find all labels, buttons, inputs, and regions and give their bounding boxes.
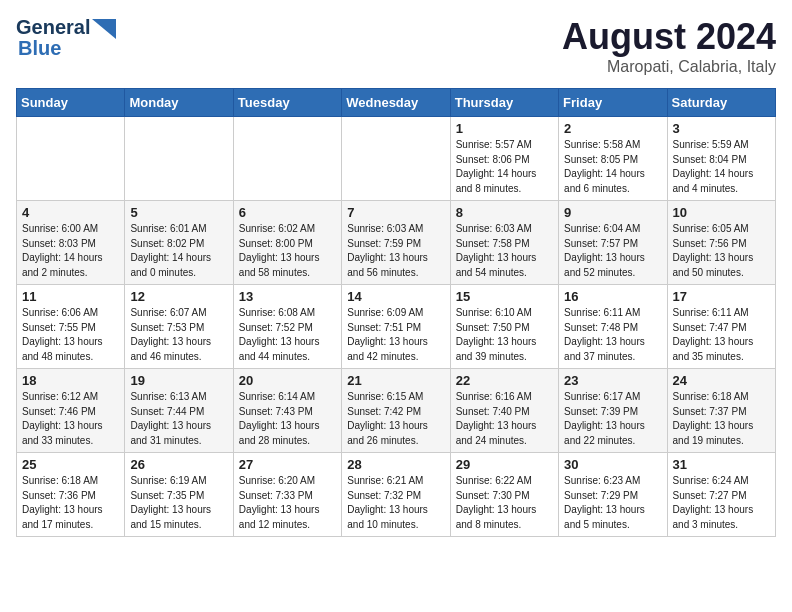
calendar-cell: 24Sunrise: 6:18 AM Sunset: 7:37 PM Dayli… [667,369,775,453]
day-number: 29 [456,457,553,472]
calendar-week-row: 1Sunrise: 5:57 AM Sunset: 8:06 PM Daylig… [17,117,776,201]
day-info: Sunrise: 6:03 AM Sunset: 7:58 PM Dayligh… [456,222,553,280]
day-number: 25 [22,457,119,472]
calendar-cell: 8Sunrise: 6:03 AM Sunset: 7:58 PM Daylig… [450,201,558,285]
day-info: Sunrise: 6:02 AM Sunset: 8:00 PM Dayligh… [239,222,336,280]
day-number: 15 [456,289,553,304]
day-info: Sunrise: 6:16 AM Sunset: 7:40 PM Dayligh… [456,390,553,448]
calendar-week-row: 25Sunrise: 6:18 AM Sunset: 7:36 PM Dayli… [17,453,776,537]
day-info: Sunrise: 6:08 AM Sunset: 7:52 PM Dayligh… [239,306,336,364]
calendar-cell: 23Sunrise: 6:17 AM Sunset: 7:39 PM Dayli… [559,369,667,453]
page-header: General Blue August 2024 Maropati, Calab… [16,16,776,76]
calendar-cell [125,117,233,201]
day-info: Sunrise: 6:09 AM Sunset: 7:51 PM Dayligh… [347,306,444,364]
calendar-cell: 1Sunrise: 5:57 AM Sunset: 8:06 PM Daylig… [450,117,558,201]
day-number: 26 [130,457,227,472]
calendar-cell: 11Sunrise: 6:06 AM Sunset: 7:55 PM Dayli… [17,285,125,369]
day-number: 5 [130,205,227,220]
calendar-cell: 18Sunrise: 6:12 AM Sunset: 7:46 PM Dayli… [17,369,125,453]
col-header-monday: Monday [125,89,233,117]
day-number: 6 [239,205,336,220]
day-number: 31 [673,457,770,472]
calendar-cell: 13Sunrise: 6:08 AM Sunset: 7:52 PM Dayli… [233,285,341,369]
logo-arrow-icon [92,19,116,39]
calendar-cell: 19Sunrise: 6:13 AM Sunset: 7:44 PM Dayli… [125,369,233,453]
main-title: August 2024 [562,16,776,58]
calendar-cell: 26Sunrise: 6:19 AM Sunset: 7:35 PM Dayli… [125,453,233,537]
calendar-table: SundayMondayTuesdayWednesdayThursdayFrid… [16,88,776,537]
calendar-cell: 12Sunrise: 6:07 AM Sunset: 7:53 PM Dayli… [125,285,233,369]
day-info: Sunrise: 5:57 AM Sunset: 8:06 PM Dayligh… [456,138,553,196]
calendar-week-row: 11Sunrise: 6:06 AM Sunset: 7:55 PM Dayli… [17,285,776,369]
calendar-cell: 4Sunrise: 6:00 AM Sunset: 8:03 PM Daylig… [17,201,125,285]
calendar-cell: 25Sunrise: 6:18 AM Sunset: 7:36 PM Dayli… [17,453,125,537]
calendar-cell: 7Sunrise: 6:03 AM Sunset: 7:59 PM Daylig… [342,201,450,285]
logo: General Blue [16,16,116,60]
day-number: 20 [239,373,336,388]
col-header-wednesday: Wednesday [342,89,450,117]
day-number: 11 [22,289,119,304]
day-info: Sunrise: 6:07 AM Sunset: 7:53 PM Dayligh… [130,306,227,364]
calendar-cell: 31Sunrise: 6:24 AM Sunset: 7:27 PM Dayli… [667,453,775,537]
day-info: Sunrise: 5:59 AM Sunset: 8:04 PM Dayligh… [673,138,770,196]
day-info: Sunrise: 6:17 AM Sunset: 7:39 PM Dayligh… [564,390,661,448]
day-number: 9 [564,205,661,220]
day-number: 14 [347,289,444,304]
calendar-cell: 3Sunrise: 5:59 AM Sunset: 8:04 PM Daylig… [667,117,775,201]
day-number: 1 [456,121,553,136]
day-info: Sunrise: 6:13 AM Sunset: 7:44 PM Dayligh… [130,390,227,448]
day-info: Sunrise: 6:04 AM Sunset: 7:57 PM Dayligh… [564,222,661,280]
calendar-cell: 21Sunrise: 6:15 AM Sunset: 7:42 PM Dayli… [342,369,450,453]
day-info: Sunrise: 6:19 AM Sunset: 7:35 PM Dayligh… [130,474,227,532]
calendar-cell: 15Sunrise: 6:10 AM Sunset: 7:50 PM Dayli… [450,285,558,369]
calendar-week-row: 18Sunrise: 6:12 AM Sunset: 7:46 PM Dayli… [17,369,776,453]
calendar-cell: 29Sunrise: 6:22 AM Sunset: 7:30 PM Dayli… [450,453,558,537]
day-info: Sunrise: 6:21 AM Sunset: 7:32 PM Dayligh… [347,474,444,532]
calendar-cell: 30Sunrise: 6:23 AM Sunset: 7:29 PM Dayli… [559,453,667,537]
day-number: 24 [673,373,770,388]
logo-text-blue: Blue [18,37,61,60]
day-number: 28 [347,457,444,472]
day-info: Sunrise: 6:00 AM Sunset: 8:03 PM Dayligh… [22,222,119,280]
day-number: 3 [673,121,770,136]
day-number: 12 [130,289,227,304]
calendar-cell [17,117,125,201]
day-number: 27 [239,457,336,472]
day-info: Sunrise: 6:06 AM Sunset: 7:55 PM Dayligh… [22,306,119,364]
calendar-cell: 28Sunrise: 6:21 AM Sunset: 7:32 PM Dayli… [342,453,450,537]
day-info: Sunrise: 6:14 AM Sunset: 7:43 PM Dayligh… [239,390,336,448]
day-info: Sunrise: 6:11 AM Sunset: 7:47 PM Dayligh… [673,306,770,364]
calendar-cell [342,117,450,201]
day-number: 8 [456,205,553,220]
calendar-cell: 2Sunrise: 5:58 AM Sunset: 8:05 PM Daylig… [559,117,667,201]
col-header-tuesday: Tuesday [233,89,341,117]
day-info: Sunrise: 6:18 AM Sunset: 7:37 PM Dayligh… [673,390,770,448]
day-info: Sunrise: 6:20 AM Sunset: 7:33 PM Dayligh… [239,474,336,532]
day-info: Sunrise: 6:18 AM Sunset: 7:36 PM Dayligh… [22,474,119,532]
calendar-week-row: 4Sunrise: 6:00 AM Sunset: 8:03 PM Daylig… [17,201,776,285]
calendar-cell [233,117,341,201]
day-number: 21 [347,373,444,388]
day-info: Sunrise: 6:24 AM Sunset: 7:27 PM Dayligh… [673,474,770,532]
title-block: August 2024 Maropati, Calabria, Italy [562,16,776,76]
calendar-cell: 9Sunrise: 6:04 AM Sunset: 7:57 PM Daylig… [559,201,667,285]
day-number: 13 [239,289,336,304]
day-number: 10 [673,205,770,220]
day-number: 7 [347,205,444,220]
day-info: Sunrise: 6:15 AM Sunset: 7:42 PM Dayligh… [347,390,444,448]
col-header-sunday: Sunday [17,89,125,117]
day-info: Sunrise: 6:11 AM Sunset: 7:48 PM Dayligh… [564,306,661,364]
calendar-cell: 27Sunrise: 6:20 AM Sunset: 7:33 PM Dayli… [233,453,341,537]
calendar-cell: 17Sunrise: 6:11 AM Sunset: 7:47 PM Dayli… [667,285,775,369]
col-header-friday: Friday [559,89,667,117]
day-info: Sunrise: 5:58 AM Sunset: 8:05 PM Dayligh… [564,138,661,196]
day-info: Sunrise: 6:03 AM Sunset: 7:59 PM Dayligh… [347,222,444,280]
day-info: Sunrise: 6:23 AM Sunset: 7:29 PM Dayligh… [564,474,661,532]
calendar-cell: 16Sunrise: 6:11 AM Sunset: 7:48 PM Dayli… [559,285,667,369]
day-info: Sunrise: 6:01 AM Sunset: 8:02 PM Dayligh… [130,222,227,280]
subtitle: Maropati, Calabria, Italy [562,58,776,76]
svg-marker-0 [92,19,116,39]
calendar-cell: 14Sunrise: 6:09 AM Sunset: 7:51 PM Dayli… [342,285,450,369]
day-number: 4 [22,205,119,220]
day-number: 18 [22,373,119,388]
